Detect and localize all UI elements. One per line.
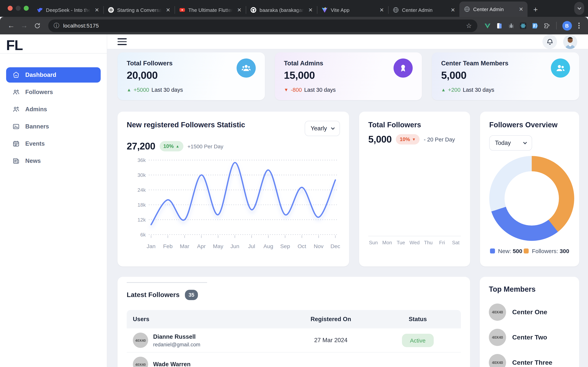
member-list-item: 40X40 Center Two [489,329,570,346]
tab-close-button[interactable]: ✕ [378,7,385,13]
status-badge: Active [402,334,434,347]
events-icon [12,140,20,148]
github-favicon-icon [250,7,257,13]
column-header-registered-on: Registered On [281,316,381,323]
followers-icon [12,88,20,96]
range-select-value: Yearly [311,125,327,132]
sidebar-nav: Dashboard Followers Admins Banners Event… [0,53,107,169]
minimize-window-button[interactable] [16,6,21,11]
latest-followers-card: Latest Followers 35 Users Registered On … [118,277,470,367]
sidebar-item-followers[interactable]: Followers [6,84,101,100]
tab-close-button[interactable]: ✕ [94,7,100,13]
window-controls [8,6,29,11]
range-select-today[interactable]: Today [489,135,532,151]
sidebar-item-banners[interactable]: Banners [6,119,101,134]
charts-row: New registered Followers Statistic Yearl… [118,112,579,267]
svg-text:Nov: Nov [314,243,324,249]
user-avatar[interactable] [563,35,577,49]
top-members-list: 40X40 Center One 40X40 Center Two 40X40 … [489,304,570,367]
member-list-item: 40X40 Center One [489,304,570,321]
back-button[interactable]: ← [5,20,17,31]
extensions-row: B [483,21,583,30]
triangle-down-icon: ▼ [412,137,416,142]
chevron-down-icon [523,141,527,144]
legend-label: New: 500 [498,248,522,254]
youtube-favicon-icon [179,7,185,13]
maximize-window-button[interactable] [24,6,29,11]
new-tab-button[interactable]: + [530,4,541,15]
member-name: Center One [512,308,547,316]
sidebar-item-label: Banners [25,123,49,130]
bar-chart-trend-pill: 10%▼ [396,134,420,144]
address-bar[interactable]: ⓘ localhost:5175 ☆ [48,19,477,32]
font-inspector-icon[interactable] [532,22,538,29]
browser-tab[interactable]: Starting a Conversati ✕ [103,3,174,17]
tab-search-button[interactable] [574,2,584,15]
sidebar-item-dashboard[interactable]: Dashboard [6,67,101,83]
svg-text:Apr: Apr [197,243,206,249]
browser-menu-button[interactable] [577,23,581,29]
browser-tab[interactable]: The Ultimate Flutter T ✕ [174,3,246,17]
triangle-up-icon: ▲ [175,144,179,148]
tab-close-button[interactable]: ✕ [518,7,524,12]
bar-label: Fri [437,240,447,245]
vue-devtools-icon[interactable] [484,22,491,29]
app-header [107,34,588,49]
stat-delta-row: ▼ -800 Last 30 days [284,87,413,93]
bar-label: Mon [382,240,392,245]
close-window-button[interactable] [8,6,13,11]
forward-button[interactable]: → [18,20,30,31]
browser-profile-avatar[interactable]: B [562,21,572,30]
tab-title: Center Admin [473,6,515,12]
user-name: Wade Warren [153,361,191,367]
reload-button[interactable] [31,20,43,31]
award-icon [394,58,413,78]
news-icon [12,157,20,165]
followers-count-badge: 35 [185,290,198,300]
chevron-down-icon [577,6,581,10]
bar-label: Sun [368,240,379,245]
extensions-puzzle-icon[interactable] [543,22,550,29]
browser-tab[interactable]: Center Admin ✕ [388,3,459,17]
sidebar-item-label: Dashboard [25,72,56,78]
users-group-icon [236,58,256,78]
browser-tab[interactable]: DeepSeek - Into the U ✕ [32,3,103,17]
sidebar-item-admins[interactable]: Admins [6,102,101,117]
column-header-status: Status [381,316,455,323]
bookmark-star-icon[interactable]: ☆ [466,22,472,30]
menu-toggle-button[interactable] [118,38,127,45]
legend-item: Followers: 300 [524,248,569,254]
main-area: Total Followers 20,000 ▲ +5000 Last 30 d… [107,34,588,367]
tab-close-button[interactable]: ✕ [307,7,314,13]
svg-text:Dec: Dec [330,243,340,249]
latest-followers-tab[interactable]: Latest Followers [127,291,180,299]
tab-close-button[interactable]: ✕ [450,7,456,13]
app-logo: FL [0,34,107,53]
tab-close-button[interactable]: ✕ [165,7,172,13]
browser-tab[interactable]: baaraka (barakagana ✕ [246,3,317,17]
browser-tab[interactable]: Vite App ✕ [317,3,388,17]
bar-label: Thu [423,240,433,245]
site-info-icon[interactable]: ⓘ [54,22,59,29]
stat-value: 20,000 [127,70,256,81]
bug-extension-icon[interactable] [508,22,515,29]
mobile-simulator-icon[interactable] [496,22,503,29]
tab-close-button[interactable]: ✕ [236,7,243,13]
bar-chart-value: 5,000 [368,134,392,145]
line-chart-card: New registered Followers Statistic Yearl… [118,112,349,267]
browser-tab[interactable]: Center Admin ✕ [459,1,527,17]
url-text: localhost:5175 [63,23,462,29]
reload-icon [34,22,40,29]
sidebar-item-events[interactable]: Events [6,136,101,151]
avatar-placeholder: 40X40 [489,329,506,346]
user-name: Dianne Russell [153,333,196,340]
bar-label: Wed [409,240,420,245]
sidebar-item-news[interactable]: News [6,153,101,169]
member-name: Center Two [512,334,547,341]
range-select-yearly[interactable]: Yearly [305,121,340,136]
notifications-button[interactable] [543,34,557,49]
react-devtools-icon[interactable] [520,22,527,29]
sidebar-item-label: News [25,158,41,164]
sidebar-item-label: Events [25,140,45,147]
svg-text:Feb: Feb [163,243,173,249]
